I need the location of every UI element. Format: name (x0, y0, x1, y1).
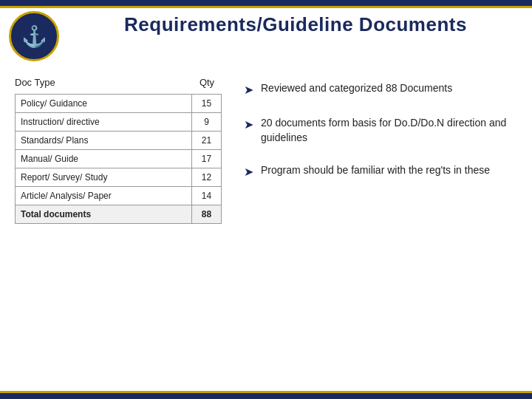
table-column-headers: Doc Type Qty (15, 74, 222, 91)
bullet-arrow-icon: ➤ (244, 164, 253, 180)
qty-cell: 17 (192, 150, 222, 168)
bullet-item: ➤ Program should be familiar with the re… (244, 163, 517, 180)
doc-type-cell: Policy/ Guidance (16, 95, 192, 113)
qty-cell: 14 (192, 187, 222, 205)
table-row: Report/ Survey/ Study 12 (16, 168, 222, 187)
bullet-points-section: ➤ Reviewed and categorized 88 Documents … (244, 74, 517, 384)
total-row: Total documents 88 (16, 205, 222, 224)
bullet-item: ➤ 20 documents form basis for Do.D/Do.N … (244, 116, 517, 145)
doc-type-cell: Standards/ Plans (16, 132, 192, 150)
bottom-navy-bar (0, 393, 532, 399)
bullet-text: Reviewed and categorized 88 Documents (261, 81, 517, 96)
table-row: Article/ Analysis/ Paper 14 (16, 187, 222, 205)
doc-type-cell: Instruction/ directive (16, 113, 192, 132)
bullet-item: ➤ Reviewed and categorized 88 Documents (244, 81, 517, 98)
bullet-arrow-icon: ➤ (244, 117, 253, 133)
top-navy-bar (0, 0, 532, 6)
table-row: Policy/ Guidance 15 (16, 95, 222, 113)
bullet-arrow-icon: ➤ (244, 82, 253, 98)
doc-type-cell: Report/ Survey/ Study (16, 168, 192, 187)
qty-cell: 15 (192, 95, 222, 113)
bullet-text: 20 documents form basis for Do.D/Do.N di… (261, 116, 517, 145)
col-header-doctype: Doc Type (15, 77, 192, 88)
table-row: Standards/ Plans 21 (16, 132, 222, 150)
qty-cell: 9 (192, 113, 222, 132)
col-header-qty: Qty (192, 77, 222, 88)
table-row: Manual/ Guide 17 (16, 150, 222, 168)
bullet-text: Program should be familiar with the reg'… (261, 163, 517, 178)
navy-logo: ⚓ (9, 11, 61, 63)
total-label: Total documents (16, 205, 192, 224)
main-content: Doc Type Qty Policy/ Guidance 15 Instruc… (15, 74, 517, 384)
total-qty: 88 (192, 205, 222, 224)
table-row: Instruction/ directive 9 (16, 113, 222, 132)
navy-seal-icon: ⚓ (21, 24, 47, 49)
doc-type-cell: Article/ Analysis/ Paper (16, 187, 192, 205)
qty-cell: 12 (192, 168, 222, 187)
doc-type-table: Policy/ Guidance 15 Instruction/ directi… (15, 94, 222, 224)
document-table-section: Doc Type Qty Policy/ Guidance 15 Instruc… (15, 74, 222, 384)
qty-cell: 21 (192, 132, 222, 150)
top-gold-bar (0, 6, 532, 8)
page-title: Requirements/Guideline Documents (74, 13, 517, 36)
doc-type-cell: Manual/ Guide (16, 150, 192, 168)
